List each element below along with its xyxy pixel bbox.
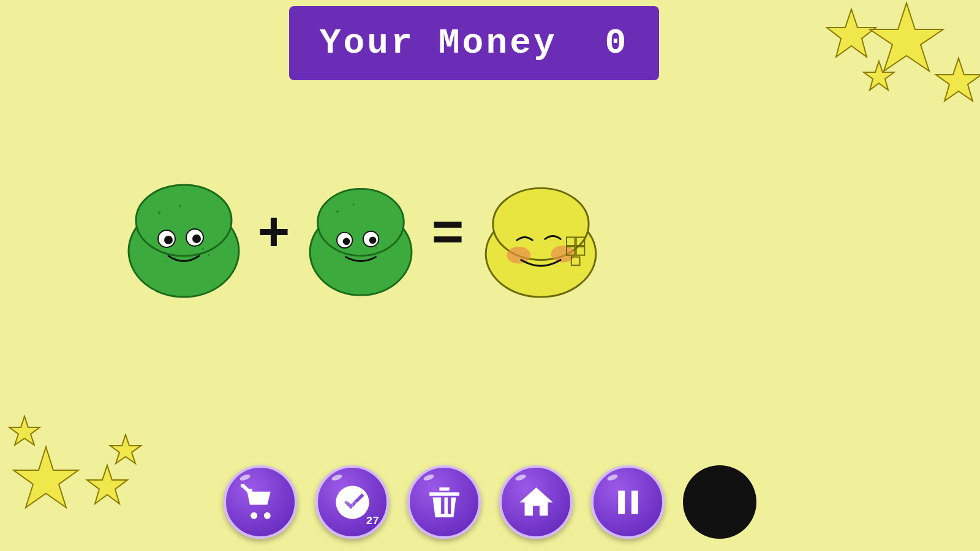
star-icon bbox=[827, 9, 876, 57]
svg-text:✦: ✦ bbox=[352, 200, 356, 208]
cart-icon bbox=[241, 482, 281, 522]
toolbar: 27 bbox=[0, 465, 980, 539]
pause-button[interactable] bbox=[591, 465, 665, 539]
equals-operator: = bbox=[431, 208, 464, 263]
pizza-button[interactable]: 27 bbox=[315, 465, 389, 539]
pizza-badge: 27 bbox=[366, 515, 379, 527]
pause-icon bbox=[608, 482, 648, 522]
money-text: Your Money 0 bbox=[320, 23, 629, 63]
yellow-slime[interactable] bbox=[477, 171, 605, 300]
svg-point-15 bbox=[369, 236, 377, 244]
equation-area: ✦ ✦ • • + ✦ ✦ • = bbox=[123, 171, 605, 300]
svg-text:✦: ✦ bbox=[178, 202, 182, 211]
svg-point-5 bbox=[192, 234, 201, 243]
svg-point-1 bbox=[136, 185, 232, 256]
svg-point-30 bbox=[355, 503, 360, 508]
svg-text:✦: ✦ bbox=[335, 207, 340, 216]
plus-operator: + bbox=[257, 208, 290, 263]
trash-icon bbox=[424, 482, 464, 522]
home-icon bbox=[516, 482, 556, 522]
money-banner: Your Money 0 bbox=[289, 6, 659, 80]
svg-text:•: • bbox=[207, 252, 211, 259]
cart-button[interactable] bbox=[224, 465, 297, 539]
black-circle-button[interactable] bbox=[683, 465, 756, 539]
svg-text:✦: ✦ bbox=[156, 208, 162, 219]
svg-point-21 bbox=[507, 247, 530, 263]
star-icon bbox=[936, 58, 980, 101]
stars-top-right bbox=[784, 0, 980, 141]
green-slime-2[interactable]: ✦ ✦ • bbox=[303, 173, 419, 299]
home-button[interactable] bbox=[499, 465, 573, 539]
svg-point-29 bbox=[353, 493, 358, 498]
star-icon bbox=[870, 3, 943, 71]
trash-button[interactable] bbox=[407, 465, 481, 539]
star-icon bbox=[9, 416, 40, 445]
svg-point-13 bbox=[343, 238, 350, 245]
svg-text:•: • bbox=[374, 245, 377, 251]
star-icon bbox=[110, 435, 141, 463]
svg-point-11 bbox=[318, 189, 404, 255]
svg-point-3 bbox=[164, 236, 173, 244]
svg-text:•: • bbox=[201, 246, 205, 253]
green-slime-1[interactable]: ✦ ✦ • • bbox=[123, 171, 245, 300]
